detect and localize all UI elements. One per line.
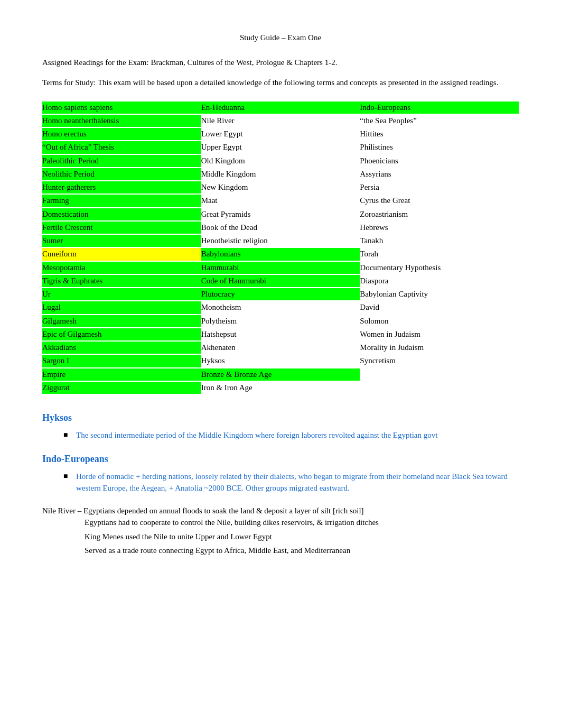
term-item: Middle Kingdom xyxy=(201,168,360,180)
term-item: Sumer xyxy=(42,235,201,247)
term-item: Cyrus the Great xyxy=(360,195,519,207)
hyksos-bullet-text: The second intermediate period of the Mi… xyxy=(76,429,519,441)
term-item: Diaspora xyxy=(360,275,519,287)
term-item: En-Heduanna xyxy=(201,102,360,114)
term-item: Akhenaten xyxy=(201,342,360,354)
term-item: Polytheism xyxy=(201,315,360,327)
indo-bullet-text: Horde of nomadic + herding nations, loos… xyxy=(76,471,519,494)
term-item: Farming xyxy=(42,195,201,207)
term-item: Torah xyxy=(360,248,519,260)
term-item: Hyksos xyxy=(201,355,360,367)
term-item: Bronze & Bronze Age xyxy=(201,368,360,381)
nile-sub-2: King Menes used the Nile to unite Upper … xyxy=(85,531,519,543)
nile-sub-1: Egyptians had to cooperate to control th… xyxy=(85,517,519,529)
term-item: Old Kingdom xyxy=(201,155,360,167)
term-item: Neolithic Period xyxy=(42,168,201,180)
term-item: Indo-Europeans xyxy=(360,102,519,114)
term-item: Hittites xyxy=(360,128,519,140)
term-item: Hebrews xyxy=(360,222,519,234)
term-item: Henotheistic religion xyxy=(201,235,360,247)
term-item: Lugal xyxy=(42,301,201,314)
term-item: Tigris & Euphrates xyxy=(42,275,201,287)
assigned-readings: Assigned Readings for the Exam: Brackman… xyxy=(42,57,519,69)
term-item: Empire xyxy=(42,368,201,381)
term-item: David xyxy=(360,301,519,314)
term-item: Solomon xyxy=(360,315,519,327)
term-item: Cuneiform xyxy=(42,248,201,260)
bullet-icon: ■ xyxy=(63,429,72,440)
terms-col-2: En-HeduannaNile RiverLower EgyptUpper Eg… xyxy=(201,102,360,394)
bullet-icon-2: ■ xyxy=(63,471,72,482)
term-item: Documentary Hypothesis xyxy=(360,262,519,274)
term-item: Persia xyxy=(360,181,519,193)
term-item: Ziggurat xyxy=(42,382,201,394)
term-item: Domestication xyxy=(42,208,201,220)
term-item: Phoenicians xyxy=(360,155,519,167)
hyksos-bullet-item: ■ The second intermediate period of the … xyxy=(63,429,519,441)
term-item: Monotheism xyxy=(201,301,360,314)
terms-col-1: Homo sapiens sapiensHomo neantherthalens… xyxy=(42,102,201,394)
term-item: Philistines xyxy=(360,141,519,153)
terms-grid: Homo sapiens sapiensHomo neantherthalens… xyxy=(42,102,519,394)
term-item: New Kingdom xyxy=(201,181,360,193)
terms-col-3: Indo-Europeans“the Sea Peoples”HittitesP… xyxy=(360,102,519,394)
term-item: Code of Hammurabi xyxy=(201,275,360,287)
term-item: Epic of Gilgamesh xyxy=(42,328,201,340)
nile-sub-3: Served as a trade route connecting Egypt… xyxy=(85,545,519,557)
term-item: Morality in Judaism xyxy=(360,342,519,354)
term-item: Plutocracy xyxy=(201,288,360,300)
term-item: Mesopotamia xyxy=(42,262,201,274)
term-item: Lower Egypt xyxy=(201,128,360,140)
term-item: Assyrians xyxy=(360,168,519,180)
term-item: Tanakh xyxy=(360,235,519,247)
page-title: Study Guide – Exam One xyxy=(42,32,519,44)
nile-title: Nile River – Egyptians depended on annua… xyxy=(42,505,519,517)
term-item: Sargon I xyxy=(42,355,201,367)
term-item: Nile River xyxy=(201,115,360,127)
term-item: Syncretism xyxy=(360,355,519,367)
terms-intro: Terms for Study: This exam will be based… xyxy=(42,77,519,89)
term-item: Babylonian Captivity xyxy=(360,288,519,300)
term-item: Homo erectus xyxy=(42,128,201,140)
term-item: Ur xyxy=(42,288,201,300)
nile-section: Nile River – Egyptians depended on annua… xyxy=(42,505,519,557)
term-item: Hunter-gatherers xyxy=(42,181,201,193)
term-item: “Out of Africa” Thesis xyxy=(42,141,201,153)
term-item: Paleolithic Period xyxy=(42,155,201,167)
term-item: Book of the Dead xyxy=(201,222,360,234)
indo-bullet-item: ■ Horde of nomadic + herding nations, lo… xyxy=(63,471,519,494)
term-item: Homo neantherthalensis xyxy=(42,115,201,127)
term-item: Gilgamesh xyxy=(42,315,201,327)
term-item: Maat xyxy=(201,195,360,207)
term-item: Hatshepsut xyxy=(201,328,360,340)
term-item: Homo sapiens sapiens xyxy=(42,102,201,114)
term-item: Akkadians xyxy=(42,342,201,354)
term-item: Fertile Crescent xyxy=(42,222,201,234)
indo-heading: Indo-Europeans xyxy=(42,452,519,466)
term-item: Women in Judaism xyxy=(360,328,519,340)
term-item: Hammurabi xyxy=(201,262,360,274)
hyksos-heading: Hyksos xyxy=(42,411,519,425)
term-item: Zoroastrianism xyxy=(360,208,519,220)
term-item: “the Sea Peoples” xyxy=(360,115,519,127)
term-item: Babylonians xyxy=(201,248,360,260)
term-item: Iron & Iron Age xyxy=(201,382,360,394)
term-item: Upper Egypt xyxy=(201,141,360,153)
term-item: Great Pyramids xyxy=(201,208,360,220)
